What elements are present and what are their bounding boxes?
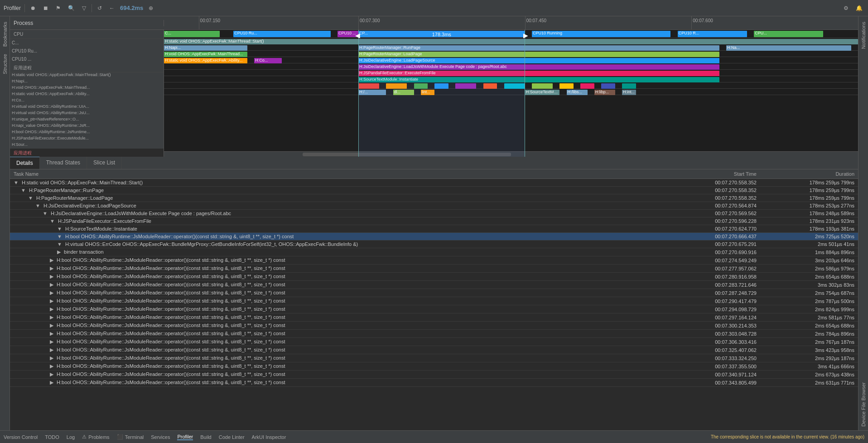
- table-row[interactable]: ▶ H:bool OHOS::AbilityRuntime::JsModuleR…: [10, 256, 858, 265]
- tree-arrow[interactable]: ▼: [57, 234, 63, 239]
- stop-button[interactable]: ⏹: [41, 4, 50, 12]
- tree-arrow[interactable]: ▶: [50, 282, 55, 287]
- table-row[interactable]: ▼ H:JsiDeclarativeEngine::LoadJsWithModu…: [10, 210, 858, 217]
- table-row[interactable]: ▶ H:bool OHOS::AbilityRuntime::JsModuleR…: [10, 305, 858, 313]
- table-row[interactable]: ▼ H:JsiDeclarativeEngine::LoadPageSource…: [10, 202, 858, 210]
- tree-arrow[interactable]: ▼: [43, 211, 49, 216]
- cell-duration: 2ms 501µs 41ns: [760, 241, 858, 248]
- table-row[interactable]: ▼ H:JSPandaFileExecutor::ExecuteFromFile…: [10, 217, 858, 225]
- table-row[interactable]: ▶ H:bool OHOS::AbilityRuntime::JsModuleR…: [10, 330, 858, 338]
- table-row[interactable]: ▶ H:bool OHOS::AbilityRuntime::JsModuleR…: [10, 322, 858, 330]
- cell-duration: 2ms 787µs 500ns: [760, 297, 858, 305]
- refresh-button[interactable]: ↺: [96, 4, 104, 12]
- tree-arrow[interactable]: ▶: [50, 380, 55, 385]
- tab-slice-list[interactable]: Slice List: [87, 157, 122, 169]
- table-row[interactable]: ▶ H:bool OHOS::AbilityRuntime::JsModuleR…: [10, 346, 858, 354]
- cell-task-name: ▼ H:PageRouterManager::LoadPage: [10, 194, 669, 202]
- tree-arrow[interactable]: ▶: [50, 363, 55, 369]
- task-name-text: H:bool OHOS::AbilityRuntime::JsModuleRea…: [57, 298, 285, 303]
- left-sidebar: Bookmarks Structure: [0, 16, 10, 430]
- table-row[interactable]: ▼ H:virtual OHOS::ErrCode OHOS::AppExecF…: [10, 241, 858, 248]
- tree-arrow[interactable]: ▶: [50, 314, 55, 320]
- table-row[interactable]: ▼ H:SourceTextModule::Instantiate00:07.2…: [10, 225, 858, 233]
- back-button[interactable]: ←: [107, 4, 116, 12]
- table-row[interactable]: ▶ H:bool OHOS::AbilityRuntime::JsModuleR…: [10, 371, 858, 379]
- tree-arrow[interactable]: ▶: [50, 339, 55, 344]
- tree-arrow[interactable]: ▼: [57, 226, 63, 231]
- tree-arrow[interactable]: ▼: [14, 180, 20, 185]
- tree-arrow[interactable]: ▶: [50, 355, 55, 361]
- sidebar-bookmarks[interactable]: Bookmarks: [0, 18, 10, 50]
- add-button[interactable]: ⊕: [147, 4, 155, 12]
- table-row[interactable]: ▶ H:bool OHOS::AbilityRuntime::JsModuleR…: [10, 313, 858, 322]
- status-build[interactable]: Build: [200, 434, 211, 440]
- tree-arrow[interactable]: ▶: [50, 298, 55, 303]
- status-problems[interactable]: ⚠ Problems: [82, 434, 109, 440]
- timeline-area[interactable]: CPU C... CPU10 Ru... CPU10 ... 应用进程 H:st…: [10, 30, 858, 157]
- tree-arrow[interactable]: ▼: [21, 188, 27, 193]
- table-row[interactable]: ▼ H:PageRouterManager::LoadPage00:07.270…: [10, 194, 858, 202]
- search-button[interactable]: 🔍: [66, 4, 77, 12]
- tree-arrow[interactable]: ▶: [50, 323, 55, 328]
- table-row[interactable]: ▼ H:PageRouterManager::RunPage00:07.270.…: [10, 187, 858, 194]
- tree-arrow[interactable]: ▼: [50, 218, 56, 224]
- tree-arrow[interactable]: ▶: [50, 331, 55, 336]
- func-block-9g: H:int...: [622, 90, 636, 95]
- table-row[interactable]: ▶ H:bool OHOS::AbilityRuntime::JsModuleR…: [10, 379, 858, 387]
- col-task-name[interactable]: Task Name: [10, 169, 669, 179]
- timeline-scroll-thumb[interactable]: [303, 153, 511, 156]
- tree-arrow[interactable]: ▶: [50, 265, 55, 271]
- tree-arrow[interactable]: ▶: [50, 290, 55, 295]
- table-row[interactable]: ▶ H:bool OHOS::AbilityRuntime::JsModuleR…: [10, 281, 858, 289]
- status-log[interactable]: Log: [67, 434, 75, 440]
- status-todo[interactable]: TODO: [45, 434, 59, 440]
- table-row[interactable]: ▶ H:bool OHOS::AbilityRuntime::JsModuleR…: [10, 273, 858, 281]
- table-row[interactable]: ▶ H:bool OHOS::AbilityRuntime::JsModuleR…: [10, 362, 858, 371]
- record-button[interactable]: ⏺: [29, 4, 38, 12]
- table-row[interactable]: ▶ H:bool OHOS::AbilityRuntime::JsModuleR…: [10, 354, 858, 362]
- tab-thread-states[interactable]: Thread States: [40, 157, 87, 169]
- sidebar-device-file[interactable]: Device File Browser: [859, 379, 868, 430]
- tree-arrow[interactable]: ▶: [57, 249, 62, 255]
- tree-arrow[interactable]: ▼: [35, 203, 42, 208]
- timeline-ruler[interactable]: 00:07.150 00:07.300 00:07.450 00:07.600: [164, 16, 858, 30]
- col-duration[interactable]: Duration: [760, 169, 858, 179]
- tab-details[interactable]: Details: [10, 157, 40, 169]
- timeline-scrollbar[interactable]: [164, 151, 858, 157]
- cell-duration: 178ms 231µs 923ns: [760, 217, 858, 225]
- cell-duration: 1ms 884µs 896ns: [760, 248, 858, 256]
- sidebar-notifications[interactable]: Notifications: [859, 18, 868, 53]
- tree-arrow[interactable]: ▼: [28, 195, 34, 201]
- table-row[interactable]: ▶ binder transaction00:07.270.690.9161ms…: [10, 248, 858, 256]
- table-row[interactable]: ▶ H:bool OHOS::AbilityRuntime::JsModuleR…: [10, 265, 858, 273]
- status-terminal[interactable]: ⬛ Terminal: [117, 434, 144, 440]
- tree-arrow[interactable]: ▼: [57, 241, 63, 247]
- status-version-control[interactable]: Version Control: [4, 434, 38, 440]
- status-arkui-inspector[interactable]: ArkUI Inspector: [252, 434, 286, 440]
- table-row[interactable]: ▶ H:bool OHOS::AbilityRuntime::JsModuleR…: [10, 289, 858, 297]
- tree-arrow[interactable]: ▶: [50, 347, 55, 352]
- notifications-button[interactable]: 🔔: [854, 4, 864, 12]
- table-container[interactable]: Task Name Start Time Duration ▼ H:static…: [10, 169, 858, 430]
- table-row[interactable]: ▶ H:bool OHOS::AbilityRuntime::JsModuleR…: [10, 297, 858, 305]
- tree-arrow[interactable]: ▶: [50, 257, 55, 263]
- col-start-time[interactable]: Start Time: [669, 169, 760, 179]
- tree-arrow[interactable]: ▶: [50, 274, 55, 279]
- markers-button[interactable]: ⚑: [54, 4, 63, 12]
- tree-arrow[interactable]: ▶: [50, 371, 55, 377]
- func-row-8: H:unique_ptr<NativeReference>::O...: [10, 117, 164, 123]
- table-row[interactable]: ▶ H:bool OHOS::AbilityRuntime::JsModuleR…: [10, 338, 858, 346]
- table-row[interactable]: ▼ H:bool OHOS::AbilityRuntime::JsModuleR…: [10, 233, 858, 241]
- tree-arrow[interactable]: ▶: [50, 306, 55, 312]
- timeline-right-panel[interactable]: ◀ ▶ 178.3ms C... CPU10 Ru... CPU10 ... C…: [164, 30, 858, 157]
- ruler-tick-2: 00:07.300: [358, 16, 380, 30]
- status-code-linter[interactable]: Code Linter: [219, 434, 245, 440]
- sidebar-structure[interactable]: Structure: [0, 50, 10, 78]
- status-profiler[interactable]: Profiler: [177, 434, 193, 440]
- func-row-10: H:bool OHOS::AbilityRuntime::JsRuntime..…: [10, 130, 164, 136]
- settings-button[interactable]: ⚙: [842, 4, 850, 12]
- status-services[interactable]: Services: [151, 434, 170, 440]
- table-row[interactable]: ▼ H:static void OHOS::AppExecFwk::MainTh…: [10, 179, 858, 187]
- filter-button[interactable]: ▽: [80, 4, 88, 12]
- cell-duration: 3ms 203µs 646ns: [760, 256, 858, 265]
